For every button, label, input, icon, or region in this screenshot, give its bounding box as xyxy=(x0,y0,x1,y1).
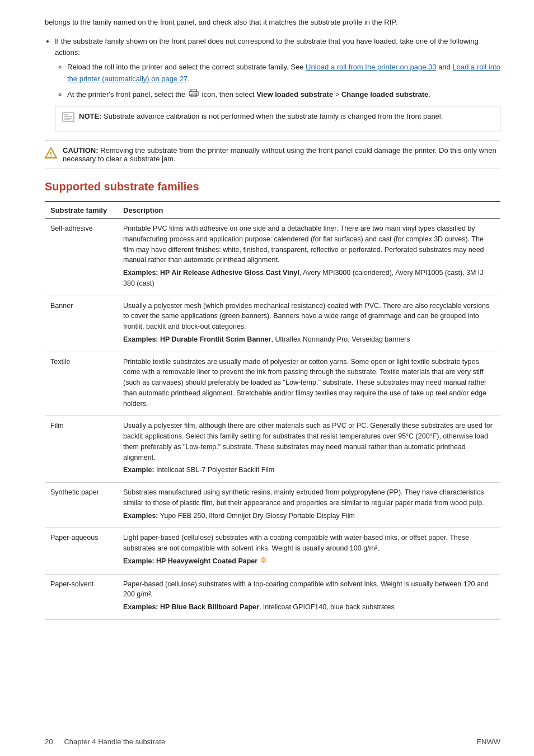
family-cell: Self-adhesive xyxy=(45,219,118,296)
settings-icon xyxy=(260,556,268,567)
family-cell: Film xyxy=(45,416,118,483)
note-box: NOTE: Substrate advance calibration is n… xyxy=(55,106,500,132)
table-row: BannerUsually a polyester mesh (which pr… xyxy=(45,296,500,352)
caution-box: CAUTION: Removing the substrate from the… xyxy=(45,140,500,169)
example-bold: Examples: HP Durable Frontlit Scrim Bann… xyxy=(123,335,271,343)
desc-cell: Printable PVC films with adhesive on one… xyxy=(118,219,500,296)
svg-rect-4 xyxy=(63,113,74,122)
example-bold: Example: xyxy=(123,466,154,474)
change-loaded-substrate-label: Change loaded substrate xyxy=(341,90,428,99)
table-row: Self-adhesivePrintable PVC films with ad… xyxy=(45,219,500,296)
footer: 20 Chapter 4 Handle the substrate ENWW xyxy=(0,738,534,746)
printer-icon xyxy=(189,89,199,100)
substrate-table: Substrate family Description Self-adhesi… xyxy=(45,201,500,620)
svg-line-17 xyxy=(261,558,262,558)
sub-bullet-list: Reload the roll into the printer and sel… xyxy=(67,62,500,100)
desc-cell: Paper-based (cellulose) substrates with … xyxy=(118,574,500,619)
sub-bullet-1: Reload the roll into the printer and sel… xyxy=(67,62,500,84)
sub-bullet-2: At the printer's front panel, select the… xyxy=(67,89,500,101)
table-row: Paper-solventPaper-based (cellulose) sub… xyxy=(45,574,500,619)
example-bold: Example: HP Heavyweight Coated Paper xyxy=(123,557,257,565)
view-loaded-substrate-label: View loaded substrate xyxy=(256,90,333,99)
note-icon xyxy=(62,111,74,127)
bullet-item-1: If the substrate family shown on the fro… xyxy=(55,36,500,132)
desc-cell: Substrates manufactured using synthetic … xyxy=(118,483,500,528)
caution-icon xyxy=(45,147,57,162)
main-bullet-list: If the substrate family shown on the fro… xyxy=(55,36,500,132)
family-cell: Banner xyxy=(45,296,118,352)
intro-text: belongs to the family named on the front… xyxy=(45,17,500,28)
table-row: FilmUsually a polyester film, although t… xyxy=(45,416,500,483)
col-header-family: Substrate family xyxy=(45,202,118,219)
link-unload-roll[interactable]: Unload a roll from the printer on page 3… xyxy=(306,63,436,71)
svg-point-12 xyxy=(263,558,265,561)
desc-cell: Light paper-based (cellulose) substrates… xyxy=(118,528,500,574)
footer-enww: ENWW xyxy=(476,738,500,746)
svg-point-3 xyxy=(195,93,196,94)
svg-line-20 xyxy=(261,562,262,562)
family-cell: Textile xyxy=(45,352,118,416)
section-title: Supported substrate families xyxy=(45,180,500,193)
svg-point-11 xyxy=(50,156,51,157)
caution-label: CAUTION: xyxy=(63,146,99,155)
footer-chapter: Chapter 4 Handle the substrate xyxy=(64,738,476,746)
table-row: Paper-aqueousLight paper-based (cellulos… xyxy=(45,528,500,574)
caution-text: CAUTION: Removing the substrate from the… xyxy=(63,146,500,163)
desc-cell: Usually a polyester film, although there… xyxy=(118,416,500,483)
page-wrapper: Handle the substrate belongs to the fami… xyxy=(0,0,534,756)
svg-line-18 xyxy=(265,562,266,562)
example-bold: Examples: HP Air Release Adhesive Gloss … xyxy=(123,269,299,277)
footer-page: 20 xyxy=(45,738,53,746)
family-cell: Synthetic paper xyxy=(45,483,118,528)
desc-cell: Usually a polyester mesh (which provides… xyxy=(118,296,500,352)
table-row: Synthetic paperSubstrates manufactured u… xyxy=(45,483,500,528)
family-cell: Paper-solvent xyxy=(45,574,118,619)
col-header-desc: Description xyxy=(118,202,500,219)
svg-line-19 xyxy=(265,558,266,558)
example-bold: Examples: HP Blue Back Billboard Paper xyxy=(123,603,259,611)
desc-cell: Printable textile substrates are usually… xyxy=(118,352,500,416)
table-row: TextilePrintable textile substrates are … xyxy=(45,352,500,416)
note-text: NOTE: Substrate advance calibration is n… xyxy=(79,111,443,122)
example-bold: Examples: xyxy=(123,512,158,520)
family-cell: Paper-aqueous xyxy=(45,528,118,574)
